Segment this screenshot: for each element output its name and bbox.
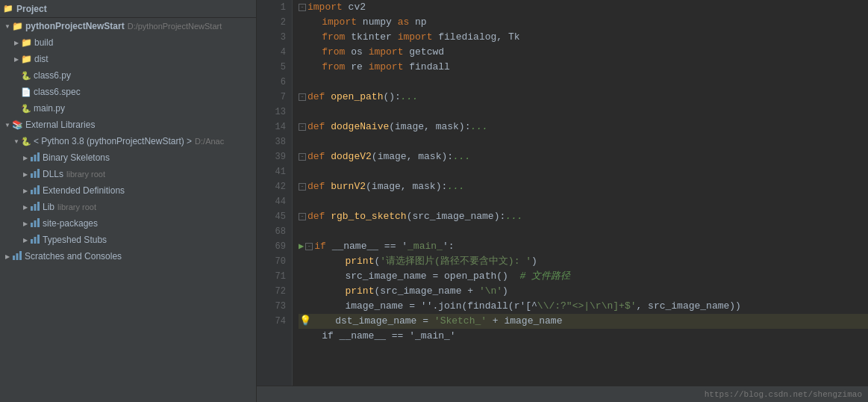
sidebar-item-build[interactable]: 📁build	[0, 34, 256, 51]
barchart-icon	[30, 235, 40, 246]
code-line[interactable]	[299, 194, 868, 209]
tree-arrow-icon	[12, 38, 21, 47]
code-line[interactable]: -def open_path():...	[299, 90, 868, 105]
collapse-icon[interactable]: -	[299, 93, 306, 101]
keyword-token: def	[307, 209, 325, 224]
line-number: 44	[257, 194, 286, 209]
code-line[interactable]: -def dodgeNaive(image, mask):...	[299, 120, 868, 134]
code-token: (src_image_name):	[407, 209, 506, 224]
sidebar-item-scratches[interactable]: Scratches and Consoles	[0, 248, 256, 265]
collapse-icon[interactable]: -	[299, 213, 306, 220]
code-token: ':	[443, 239, 455, 254]
code-line[interactable]: -def dodgeV2(image, mask):...	[299, 149, 868, 164]
svg-rect-19	[16, 253, 19, 260]
code-line[interactable]	[299, 75, 868, 90]
code-line[interactable]: from tkinter import filedialog, Tk	[299, 30, 868, 45]
sidebar-item-mainpy[interactable]: 🐍main.py	[0, 100, 256, 117]
line-number: 74	[257, 314, 286, 329]
code-token: getcwd	[403, 45, 444, 60]
collapse-icon[interactable]: -	[299, 4, 306, 11]
sidebar-item-site-packages[interactable]: site-packages	[0, 215, 256, 232]
svg-rect-12	[31, 223, 33, 227]
code-lines[interactable]: -import cv2 import numpy as np from tkin…	[293, 0, 868, 386]
collapse-icon[interactable]: -	[299, 123, 306, 131]
code-token: (image, mask):	[372, 149, 453, 164]
sidebar-item-dist[interactable]: 📁dist	[0, 51, 256, 67]
comment-token: ...	[401, 90, 418, 105]
lightbulb-icon[interactable]: 💡	[299, 314, 312, 329]
string-token: 'Sketch_'	[434, 314, 487, 329]
scratch-icon	[12, 251, 22, 262]
line-number: 42	[257, 179, 286, 194]
svg-rect-15	[31, 239, 33, 244]
tree-item-label: < Python 3.8 (pythonProjectNewStart) >	[34, 136, 192, 146]
svg-rect-13	[34, 220, 37, 227]
code-line[interactable]: print(src_image_name + '\n')	[299, 284, 868, 299]
code-line[interactable]: src_image_name = open_path() # 文件路径	[299, 269, 868, 284]
sidebar-item-typeshed[interactable]: Typeshed Stubs	[0, 232, 256, 248]
function-token: rgb_to_sketch	[331, 209, 406, 224]
keyword-token: import	[369, 60, 404, 75]
tree-item-label: External Libraries	[25, 120, 95, 130]
code-line[interactable]: 💡 dst_image_name = 'Sketch_' + image_nam…	[299, 314, 868, 329]
code-line[interactable]	[299, 224, 868, 239]
run-icon[interactable]: ▶	[299, 239, 304, 254]
svg-rect-20	[19, 251, 22, 260]
blog-url: https://blog.csdn.net/shengzimao	[705, 390, 862, 399]
tree-arrow-icon	[3, 252, 12, 261]
code-line[interactable]	[299, 134, 868, 149]
sidebar-item-class6py[interactable]: 🐍class6.py	[0, 67, 256, 84]
code-line[interactable]: import numpy as np	[299, 15, 868, 30]
sidebar-item-lib[interactable]: Liblibrary root	[0, 199, 256, 215]
function-token: dodgeV2	[331, 149, 372, 164]
keyword-token: def	[307, 179, 325, 194]
sidebar-item-dlls[interactable]: DLLslibrary root	[0, 166, 256, 182]
keyword-token: as	[398, 15, 410, 30]
sidebar-item-project-root[interactable]: 📁pythonProjectNewStartD:/pythonProjectNe…	[0, 18, 256, 34]
line-number: 6	[257, 75, 286, 90]
svg-rect-9	[31, 206, 33, 211]
code-token: cv2	[343, 0, 366, 15]
line-number: 2	[257, 15, 286, 30]
sidebar-item-extended-defs[interactable]: Extended Definitions	[0, 182, 256, 199]
code-line[interactable]: print('请选择图片(路径不要含中文): ')	[299, 254, 868, 269]
code-token: tkinter	[345, 30, 397, 45]
tree-arrow-icon	[21, 170, 30, 179]
sidebar-item-python38[interactable]: 🐍< Python 3.8 (pythonProjectNewStart) >D…	[0, 133, 256, 149]
tree-arrow-icon	[21, 186, 30, 195]
code-line[interactable]: from os import getcwd	[299, 45, 868, 60]
code-token	[325, 209, 331, 224]
sidebar-item-binary-skeletons[interactable]: Binary Skeletons	[0, 149, 256, 166]
code-line[interactable]: -import cv2	[299, 0, 868, 15]
function-token: burnV2	[331, 179, 366, 194]
file-tree: 📁pythonProjectNewStartD:/pythonProjectNe…	[0, 18, 256, 402]
svg-rect-2	[37, 152, 40, 161]
code-line[interactable]: -def burnV2(image, mask):...	[299, 179, 868, 194]
python-file-icon: 🐍	[21, 71, 31, 81]
comment-token: ...	[447, 179, 464, 194]
line-number: 1	[257, 0, 286, 15]
code-line[interactable]: from re import findall	[299, 60, 868, 75]
code-token	[325, 149, 331, 164]
svg-rect-3	[31, 173, 33, 178]
code-line[interactable]: ▶-if __name__ == '_main_':	[299, 239, 868, 254]
collapse-icon[interactable]: -	[305, 243, 313, 250]
code-token	[325, 90, 331, 105]
collapse-icon[interactable]: -	[299, 183, 306, 191]
code-line[interactable]: image_name = ''.join(findall(r'[^\\/:?"<…	[299, 299, 868, 314]
python-icon: 🐍	[21, 137, 31, 146]
collapse-icon[interactable]: -	[299, 153, 306, 161]
code-line[interactable]: -def rgb_to_sketch(src_image_name):...	[299, 209, 868, 224]
code-line[interactable]	[299, 105, 868, 120]
code-token: os	[345, 45, 368, 60]
sidebar-item-class6spec[interactable]: 📄class6.spec	[0, 84, 256, 100]
code-line[interactable]: if __name__ == '_main_'	[299, 329, 868, 344]
tree-item-secondary: D:/pythonProjectNewStart	[128, 22, 222, 31]
folder-icon: 📁	[21, 54, 32, 64]
spec-file-icon: 📄	[21, 87, 31, 97]
string-token: \\/:?"<>|\r\n]+$'	[537, 299, 637, 314]
code-token: __name__ == '	[326, 239, 408, 254]
line-number: 69	[257, 239, 286, 254]
sidebar-item-external-libs[interactable]: 📚External Libraries	[0, 117, 256, 133]
code-line[interactable]	[299, 164, 868, 179]
